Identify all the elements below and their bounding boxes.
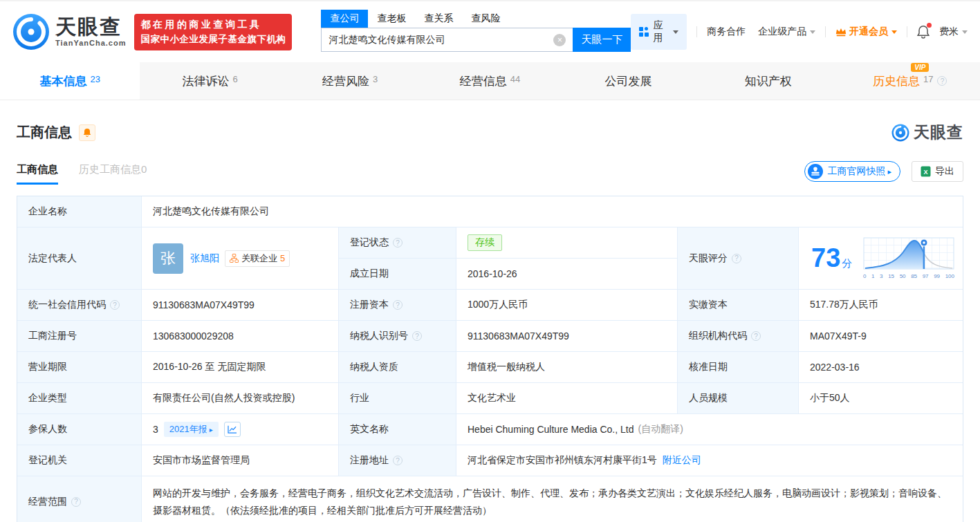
nearby-companies-link[interactable]: 附近公司 bbox=[663, 454, 701, 467]
arrow-right-icon bbox=[887, 167, 891, 176]
tab-legal-litigation[interactable]: 法律诉讼 6 bbox=[140, 62, 279, 100]
divider bbox=[907, 26, 907, 37]
search-box: 天眼一下 bbox=[321, 28, 631, 52]
establish-date-label: 成立日期 bbox=[339, 259, 456, 289]
avatar[interactable]: 张 bbox=[153, 243, 183, 274]
reg-number-value: 130683000029208 bbox=[142, 321, 339, 351]
tab-basic-info[interactable]: 基本信息 23 bbox=[0, 62, 140, 100]
table-row: 统一社会信用代码 91130683MA07X49T99 注册资本 1000万人民… bbox=[17, 290, 963, 321]
reg-address-value: 河北省保定市安国市祁州镇东河村康平街1号 附近公司 bbox=[456, 445, 963, 476]
staff-size-label: 人员规模 bbox=[678, 383, 799, 413]
subtab-business-info[interactable]: 工商信息 bbox=[17, 163, 58, 185]
reg-capital-label: 注册资本 bbox=[339, 290, 456, 320]
search-tab-risk[interactable]: 查风险 bbox=[462, 10, 509, 28]
apps-menu[interactable]: 应用 bbox=[631, 14, 687, 50]
table-row: 企业类型 有限责任公司(自然人投资或控股) 行业 文化艺术业 人员规模 小于50… bbox=[17, 383, 963, 414]
chevron-down-icon bbox=[810, 30, 815, 34]
help-icon[interactable] bbox=[393, 300, 403, 310]
reg-status-value: 存续 bbox=[456, 227, 677, 258]
search-area: 查公司 查老板 查关系 查风险 天眼一下 bbox=[321, 10, 631, 52]
reg-authority-value: 安国市市场监督管理局 bbox=[142, 445, 339, 476]
legal-rep-value: 张 张旭阳 关联企业 5 bbox=[142, 227, 339, 289]
search-input[interactable] bbox=[322, 28, 553, 51]
notification-bell[interactable] bbox=[917, 25, 930, 39]
nav-enterprise[interactable]: 企业级产品 bbox=[758, 26, 815, 38]
auto-translate-note: (自动翻译) bbox=[638, 423, 683, 436]
user-menu[interactable]: 费米 bbox=[939, 26, 968, 38]
paid-capital-label: 实缴资本 bbox=[678, 290, 799, 320]
subtab-history-business-info[interactable]: 历史工商信息0 bbox=[79, 163, 147, 185]
tab-intellectual-property[interactable]: 知识产权 bbox=[700, 62, 840, 100]
apps-label: 应用 bbox=[653, 19, 669, 44]
clear-icon[interactable] bbox=[553, 34, 566, 46]
approval-date-value: 2022-03-16 bbox=[799, 352, 963, 382]
slogan-banner: 都在用的商业查询工具 国家中小企业发展子基金旗下机构 bbox=[134, 14, 292, 50]
main-content: 工商信息 天眼查 工商信息 历史工商信息0 bbox=[0, 122, 980, 522]
paid-capital-value: 517.78万人民币 bbox=[799, 290, 963, 320]
reg-address-label: 注册地址 bbox=[339, 445, 456, 476]
help-icon[interactable] bbox=[937, 76, 947, 86]
score-axis: 01 315 5085 9799 100 bbox=[863, 273, 954, 279]
company-type-value: 有限责任公司(自然人投资或控股) bbox=[142, 383, 339, 413]
reg-number-label: 工商注册号 bbox=[17, 321, 142, 351]
nav-cooperation[interactable]: 商务合作 bbox=[707, 26, 746, 38]
taxpayer-quality-value: 增值税一般纳税人 bbox=[456, 352, 678, 382]
help-icon[interactable] bbox=[751, 331, 761, 341]
taxpayer-quality-label: 纳税人资质 bbox=[339, 352, 456, 382]
divider bbox=[696, 26, 697, 37]
official-snapshot-button[interactable]: 工商官网快照 bbox=[804, 161, 900, 182]
trend-chart-button[interactable] bbox=[224, 422, 241, 437]
tyc-eye-icon bbox=[12, 13, 50, 50]
industry-value: 文化艺术业 bbox=[456, 383, 678, 413]
subscribe-bell-button[interactable] bbox=[79, 124, 95, 141]
help-icon[interactable] bbox=[393, 238, 403, 248]
reg-capital-value: 1000万人民币 bbox=[456, 290, 678, 320]
nav-open-vip[interactable]: 开通会员 bbox=[835, 26, 897, 38]
table-row: 经营范围 网站的开发与维护，会务服务，经营电子商务，组织文化艺术交流活动，广告设… bbox=[17, 476, 963, 522]
table-row: 登记机关 安国市市场监督管理局 注册地址 河北省保定市安国市祁州镇东河村康平街1… bbox=[17, 445, 963, 476]
help-icon[interactable] bbox=[71, 497, 81, 507]
tab-history-info[interactable]: VIP 历史信息 17 bbox=[840, 62, 980, 100]
help-icon[interactable] bbox=[110, 300, 120, 310]
table-row: 企业名称 河北楚鸣文化传媒有限公司 bbox=[17, 196, 963, 227]
english-name-label: 英文名称 bbox=[339, 414, 456, 445]
credit-code-value: 91130683MA07X49T99 bbox=[142, 290, 339, 320]
taxpayer-id-value: 91130683MA07X49T99 bbox=[456, 321, 678, 351]
notification-dot bbox=[927, 23, 932, 28]
tyc-eye-icon bbox=[891, 124, 909, 142]
search-button[interactable]: 天眼一下 bbox=[573, 28, 631, 52]
related-companies-badge[interactable]: 关联企业 5 bbox=[225, 250, 290, 267]
legal-rep-label: 法定代表人 bbox=[17, 227, 142, 289]
approval-date-label: 核准日期 bbox=[678, 352, 799, 382]
brand-domain: TianYanCha.com bbox=[55, 39, 126, 47]
stamp-icon bbox=[808, 164, 823, 179]
export-button[interactable]: X 导出 bbox=[912, 161, 963, 182]
apps-grid-icon bbox=[639, 27, 649, 37]
business-term-value: 2016-10-26 至 无固定期限 bbox=[142, 352, 339, 382]
table-row: 法定代表人 张 张旭阳 关联企业 5 bbox=[17, 227, 963, 290]
search-tab-relation[interactable]: 查关系 bbox=[415, 10, 462, 28]
business-scope-label: 经营范围 bbox=[17, 476, 142, 522]
business-info-table: 企业名称 河北楚鸣文化传媒有限公司 法定代表人 张 张旭阳 关联企业 5 bbox=[17, 196, 963, 522]
help-icon[interactable] bbox=[732, 254, 741, 263]
tyc-logo[interactable]: 天眼查 TianYanCha.com bbox=[12, 13, 126, 50]
help-icon[interactable] bbox=[412, 331, 422, 341]
tab-operating-risk[interactable]: 经营风险 3 bbox=[280, 62, 420, 100]
tyc-watermark: 天眼查 bbox=[891, 122, 963, 143]
bell-icon bbox=[83, 128, 91, 137]
company-type-label: 企业类型 bbox=[17, 383, 142, 413]
tab-operating-info[interactable]: 经营信息 44 bbox=[420, 62, 560, 100]
search-tabs: 查公司 查老板 查关系 查风险 bbox=[321, 10, 631, 28]
search-tab-company[interactable]: 查公司 bbox=[321, 10, 368, 28]
tab-company-development[interactable]: 公司发展 bbox=[560, 62, 700, 100]
english-name-value: Hebei Chuming Culture Media Co., Ltd (自动… bbox=[456, 414, 963, 445]
search-tab-boss[interactable]: 查老板 bbox=[368, 10, 415, 28]
annual-report-tag[interactable]: 2021年报 bbox=[164, 422, 219, 437]
excel-icon: X bbox=[921, 166, 931, 177]
chevron-down-icon bbox=[673, 30, 678, 34]
table-row: 参保人数 3 2021年报 英文名称 Hebei Chuming Culture… bbox=[17, 414, 963, 445]
legal-rep-link[interactable]: 张旭阳 bbox=[190, 252, 219, 265]
org-code-label: 组织机构代码 bbox=[678, 321, 799, 351]
help-icon[interactable] bbox=[393, 456, 403, 465]
brand-name: 天眼查 bbox=[55, 17, 126, 37]
